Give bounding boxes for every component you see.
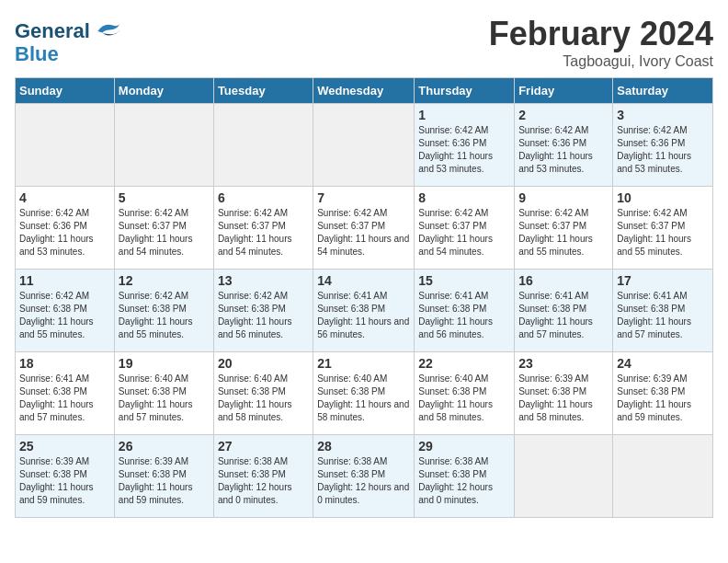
calendar-cell: 10Sunrise: 6:42 AM Sunset: 6:37 PM Dayli… bbox=[613, 187, 713, 270]
day-number: 7 bbox=[317, 190, 410, 205]
day-number: 23 bbox=[518, 356, 609, 371]
calendar-cell: 16Sunrise: 6:41 AM Sunset: 6:38 PM Dayli… bbox=[515, 270, 613, 352]
calendar-cell bbox=[16, 104, 115, 187]
day-number: 5 bbox=[119, 190, 210, 205]
calendar-cell: 17Sunrise: 6:41 AM Sunset: 6:38 PM Dayli… bbox=[613, 270, 713, 352]
calendar-cell: 4Sunrise: 6:42 AM Sunset: 6:36 PM Daylig… bbox=[16, 187, 115, 270]
logo-bird-icon bbox=[92, 18, 121, 44]
calendar-cell: 7Sunrise: 6:42 AM Sunset: 6:37 PM Daylig… bbox=[313, 187, 415, 270]
calendar-cell: 20Sunrise: 6:40 AM Sunset: 6:38 PM Dayli… bbox=[213, 352, 313, 435]
day-number: 14 bbox=[317, 273, 410, 288]
logo: General Blue bbox=[15, 18, 121, 64]
day-info: Sunrise: 6:42 AM Sunset: 6:38 PM Dayligh… bbox=[218, 290, 309, 341]
day-info: Sunrise: 6:42 AM Sunset: 6:37 PM Dayligh… bbox=[418, 207, 510, 259]
calendar-cell bbox=[114, 104, 213, 187]
day-number: 2 bbox=[518, 108, 609, 122]
calendar-cell: 1Sunrise: 6:42 AM Sunset: 6:36 PM Daylig… bbox=[415, 104, 515, 187]
day-info: Sunrise: 6:40 AM Sunset: 6:38 PM Dayligh… bbox=[317, 373, 410, 424]
day-info: Sunrise: 6:40 AM Sunset: 6:38 PM Dayligh… bbox=[418, 373, 510, 424]
day-number: 27 bbox=[218, 439, 309, 454]
day-info: Sunrise: 6:40 AM Sunset: 6:38 PM Dayligh… bbox=[119, 373, 210, 424]
day-info: Sunrise: 6:42 AM Sunset: 6:37 PM Dayligh… bbox=[317, 207, 410, 259]
day-info: Sunrise: 6:41 AM Sunset: 6:38 PM Dayligh… bbox=[418, 290, 510, 341]
logo-text: General bbox=[15, 21, 90, 41]
day-number: 15 bbox=[418, 273, 510, 288]
day-info: Sunrise: 6:42 AM Sunset: 6:36 PM Dayligh… bbox=[518, 124, 609, 176]
day-number: 28 bbox=[317, 439, 410, 454]
title-area: February 2024 Tagboagui, Ivory Coast bbox=[489, 15, 713, 70]
day-info: Sunrise: 6:38 AM Sunset: 6:38 PM Dayligh… bbox=[218, 455, 309, 507]
day-number: 6 bbox=[218, 190, 309, 205]
calendar-cell: 25Sunrise: 6:39 AM Sunset: 6:38 PM Dayli… bbox=[16, 435, 115, 518]
calendar-cell: 9Sunrise: 6:42 AM Sunset: 6:37 PM Daylig… bbox=[515, 187, 613, 270]
day-number: 24 bbox=[617, 356, 709, 371]
calendar-cell: 18Sunrise: 6:41 AM Sunset: 6:38 PM Dayli… bbox=[16, 352, 115, 435]
calendar-week-row: 25Sunrise: 6:39 AM Sunset: 6:38 PM Dayli… bbox=[16, 435, 713, 518]
calendar-cell: 12Sunrise: 6:42 AM Sunset: 6:38 PM Dayli… bbox=[114, 270, 213, 352]
day-number: 25 bbox=[19, 439, 110, 454]
day-number: 18 bbox=[19, 356, 110, 371]
page-header: General Blue February 2024 Tagboagui, Iv… bbox=[15, 15, 713, 70]
weekday-header-saturday: Saturday bbox=[613, 78, 713, 104]
day-info: Sunrise: 6:41 AM Sunset: 6:38 PM Dayligh… bbox=[617, 290, 709, 341]
day-number: 3 bbox=[617, 108, 709, 122]
day-info: Sunrise: 6:42 AM Sunset: 6:37 PM Dayligh… bbox=[518, 207, 609, 259]
calendar-cell bbox=[515, 435, 613, 518]
calendar-week-row: 18Sunrise: 6:41 AM Sunset: 6:38 PM Dayli… bbox=[16, 352, 713, 435]
day-number: 22 bbox=[418, 356, 510, 371]
day-info: Sunrise: 6:42 AM Sunset: 6:37 PM Dayligh… bbox=[119, 207, 210, 259]
calendar-cell: 14Sunrise: 6:41 AM Sunset: 6:38 PM Dayli… bbox=[313, 270, 415, 352]
day-number: 21 bbox=[317, 356, 410, 371]
day-info: Sunrise: 6:42 AM Sunset: 6:36 PM Dayligh… bbox=[418, 124, 510, 176]
calendar-cell: 29Sunrise: 6:38 AM Sunset: 6:38 PM Dayli… bbox=[415, 435, 515, 518]
calendar-cell: 13Sunrise: 6:42 AM Sunset: 6:38 PM Dayli… bbox=[213, 270, 313, 352]
weekday-header-thursday: Thursday bbox=[415, 78, 515, 104]
day-info: Sunrise: 6:41 AM Sunset: 6:38 PM Dayligh… bbox=[518, 290, 609, 341]
day-info: Sunrise: 6:39 AM Sunset: 6:38 PM Dayligh… bbox=[119, 455, 210, 507]
day-info: Sunrise: 6:39 AM Sunset: 6:38 PM Dayligh… bbox=[617, 373, 709, 424]
day-number: 19 bbox=[119, 356, 210, 371]
calendar-week-row: 4Sunrise: 6:42 AM Sunset: 6:36 PM Daylig… bbox=[16, 187, 713, 270]
calendar-cell: 27Sunrise: 6:38 AM Sunset: 6:38 PM Dayli… bbox=[213, 435, 313, 518]
day-info: Sunrise: 6:41 AM Sunset: 6:38 PM Dayligh… bbox=[19, 373, 110, 424]
day-info: Sunrise: 6:42 AM Sunset: 6:36 PM Dayligh… bbox=[19, 207, 110, 259]
day-number: 29 bbox=[418, 439, 510, 454]
day-number: 13 bbox=[218, 273, 309, 288]
calendar-week-row: 1Sunrise: 6:42 AM Sunset: 6:36 PM Daylig… bbox=[16, 104, 713, 187]
weekday-header-sunday: Sunday bbox=[16, 78, 115, 104]
weekday-header-friday: Friday bbox=[515, 78, 613, 104]
weekday-header-wednesday: Wednesday bbox=[313, 78, 415, 104]
calendar-cell bbox=[213, 104, 313, 187]
day-info: Sunrise: 6:42 AM Sunset: 6:36 PM Dayligh… bbox=[617, 124, 709, 176]
weekday-header-tuesday: Tuesday bbox=[213, 78, 313, 104]
day-number: 1 bbox=[418, 108, 510, 122]
day-number: 4 bbox=[19, 190, 110, 205]
calendar-cell: 5Sunrise: 6:42 AM Sunset: 6:37 PM Daylig… bbox=[114, 187, 213, 270]
calendar-cell: 28Sunrise: 6:38 AM Sunset: 6:38 PM Dayli… bbox=[313, 435, 415, 518]
logo-blue-text: Blue bbox=[15, 42, 59, 65]
day-info: Sunrise: 6:40 AM Sunset: 6:38 PM Dayligh… bbox=[218, 373, 309, 424]
calendar-cell: 2Sunrise: 6:42 AM Sunset: 6:36 PM Daylig… bbox=[515, 104, 613, 187]
day-info: Sunrise: 6:41 AM Sunset: 6:38 PM Dayligh… bbox=[317, 290, 410, 341]
calendar-cell: 24Sunrise: 6:39 AM Sunset: 6:38 PM Dayli… bbox=[613, 352, 713, 435]
calendar-cell: 8Sunrise: 6:42 AM Sunset: 6:37 PM Daylig… bbox=[415, 187, 515, 270]
day-info: Sunrise: 6:39 AM Sunset: 6:38 PM Dayligh… bbox=[518, 373, 609, 424]
day-number: 11 bbox=[19, 273, 110, 288]
month-title: February 2024 bbox=[489, 15, 713, 53]
calendar-cell bbox=[613, 435, 713, 518]
weekday-header-monday: Monday bbox=[114, 78, 213, 104]
location-title: Tagboagui, Ivory Coast bbox=[489, 53, 713, 70]
weekday-header-row: SundayMondayTuesdayWednesdayThursdayFrid… bbox=[16, 78, 713, 104]
day-number: 17 bbox=[617, 273, 709, 288]
day-number: 26 bbox=[119, 439, 210, 454]
day-info: Sunrise: 6:42 AM Sunset: 6:38 PM Dayligh… bbox=[19, 290, 110, 341]
calendar-cell: 11Sunrise: 6:42 AM Sunset: 6:38 PM Dayli… bbox=[16, 270, 115, 352]
day-number: 10 bbox=[617, 190, 709, 205]
day-number: 9 bbox=[518, 190, 609, 205]
day-number: 12 bbox=[119, 273, 210, 288]
day-info: Sunrise: 6:42 AM Sunset: 6:37 PM Dayligh… bbox=[218, 207, 309, 259]
day-info: Sunrise: 6:39 AM Sunset: 6:38 PM Dayligh… bbox=[19, 455, 110, 507]
day-number: 8 bbox=[418, 190, 510, 205]
calendar-cell: 21Sunrise: 6:40 AM Sunset: 6:38 PM Dayli… bbox=[313, 352, 415, 435]
calendar-cell: 22Sunrise: 6:40 AM Sunset: 6:38 PM Dayli… bbox=[415, 352, 515, 435]
